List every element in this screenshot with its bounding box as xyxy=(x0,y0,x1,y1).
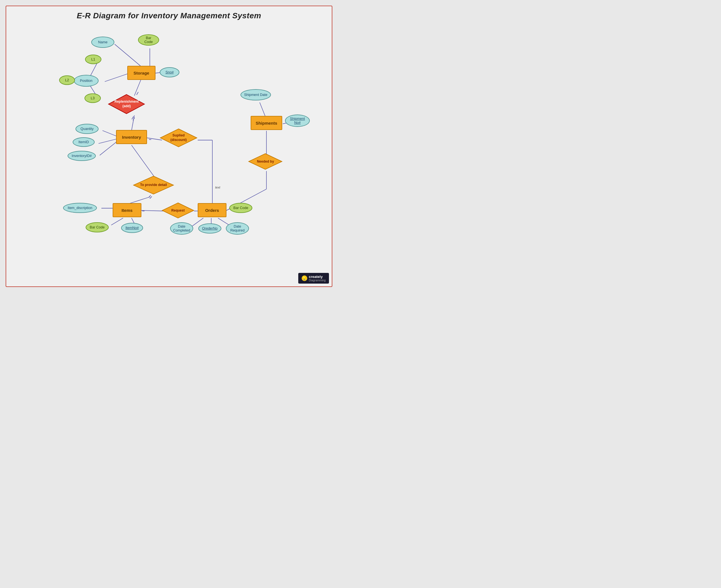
entity-shipments[interactable]: Shipments xyxy=(251,116,282,130)
attr-item-desc[interactable]: Item_discription xyxy=(63,203,97,213)
bulb-icon: 💡 xyxy=(302,275,307,281)
relation-replenishment[interactable]: Replenishment(add) xyxy=(107,93,146,115)
attr-date-completed[interactable]: DateCompleted xyxy=(170,222,193,235)
svg-line-35 xyxy=(149,195,151,197)
attr-date-required[interactable]: DateRequired xyxy=(226,222,249,235)
svg-line-15 xyxy=(132,145,156,178)
relation-request[interactable]: Request xyxy=(161,202,195,219)
attr-l1[interactable]: L1 xyxy=(85,55,101,64)
svg-line-20 xyxy=(111,218,123,225)
entity-inventory[interactable]: Inventory xyxy=(116,130,147,144)
attr-itemno[interactable]: ItemNo# xyxy=(121,223,143,233)
attr-name[interactable]: Name xyxy=(91,37,114,48)
attr-inventoryid[interactable]: InventoryID# xyxy=(67,151,96,161)
svg-line-32 xyxy=(132,117,134,119)
svg-line-11 xyxy=(100,142,117,155)
svg-line-0 xyxy=(115,44,141,67)
svg-line-3 xyxy=(105,74,128,82)
attr-sno[interactable]: Sno# xyxy=(160,67,179,77)
attr-l3[interactable]: L3 xyxy=(84,93,101,103)
svg-line-16 xyxy=(129,197,150,204)
brand-name: creately xyxy=(309,275,325,279)
svg-marker-44 xyxy=(162,203,194,218)
entity-items[interactable]: Items xyxy=(113,203,141,217)
svg-line-33 xyxy=(133,118,135,121)
relation-to-provide[interactable]: To provide detail xyxy=(133,175,175,195)
attr-itemid[interactable]: ItemID xyxy=(73,137,95,147)
attr-orderno[interactable]: OrederNo xyxy=(198,224,221,233)
svg-line-9 xyxy=(102,130,117,136)
diagram-title: E-R Diagram for Inventory Management Sys… xyxy=(6,6,332,20)
svg-line-26 xyxy=(260,102,265,117)
brand-sub: Diagramming xyxy=(309,279,325,282)
diagram-container: E-R Diagram for Inventory Management Sys… xyxy=(6,6,332,287)
svg-line-17 xyxy=(141,210,164,211)
svg-marker-45 xyxy=(249,154,282,169)
attr-barcode-orders[interactable]: Bar Code xyxy=(229,203,252,213)
attr-l2[interactable]: L2 xyxy=(59,76,75,85)
svg-line-10 xyxy=(99,139,117,144)
entity-orders[interactable]: Orders xyxy=(198,203,226,217)
relation-supplied[interactable]: Suplied(discount) xyxy=(159,128,198,148)
attr-shipment-date[interactable]: Shipment Date xyxy=(241,89,271,101)
svg-marker-41 xyxy=(108,94,144,114)
creately-badge: 💡 creately Diagramming xyxy=(298,273,329,284)
attr-shipment-no[interactable]: ShipmentNo# xyxy=(285,114,310,127)
svg-line-36 xyxy=(150,196,152,198)
svg-text:text: text xyxy=(215,186,221,189)
attr-barcode-items[interactable]: Bar Code xyxy=(86,222,109,232)
attr-quantity[interactable]: Quantity xyxy=(76,124,99,134)
relation-needed-by[interactable]: Needed by xyxy=(248,152,283,170)
svg-marker-42 xyxy=(160,129,197,147)
svg-line-8 xyxy=(132,115,134,130)
attr-position[interactable]: Position xyxy=(74,75,99,87)
attr-barcode-storage[interactable]: BarCode xyxy=(138,34,159,46)
svg-marker-43 xyxy=(134,176,174,194)
entity-storage[interactable]: Storage xyxy=(127,66,156,80)
